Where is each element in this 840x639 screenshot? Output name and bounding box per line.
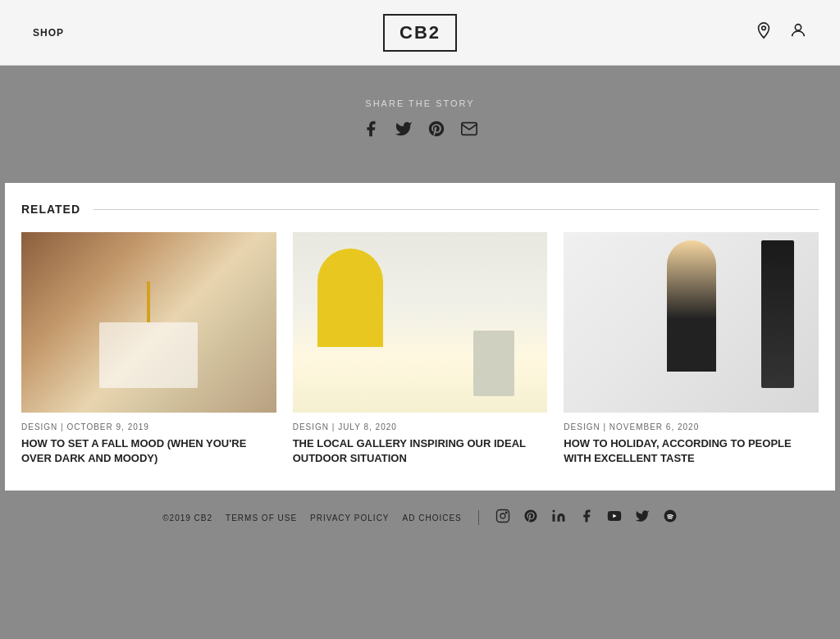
card-3[interactable]: DESIGN | NOVEMBER 6, 2020 HOW TO HOLIDAY…	[564, 232, 819, 466]
shop-link[interactable]: SHOP	[33, 27, 64, 39]
svg-point-3	[500, 513, 505, 518]
facebook-icon[interactable]	[362, 120, 380, 142]
pinterest-icon[interactable]	[427, 120, 445, 142]
card-2[interactable]: DESIGN | JULY 8, 2020 THE LOCAL GALLERY …	[293, 232, 548, 466]
related-divider	[94, 209, 819, 210]
card-1-meta: DESIGN | OCTOBER 9, 2019	[21, 422, 276, 431]
twitter-icon[interactable]	[395, 120, 413, 142]
svg-rect-5	[552, 514, 555, 522]
card-1-image	[21, 232, 276, 413]
share-icons	[362, 120, 478, 142]
svg-point-1	[795, 25, 801, 30]
card-1[interactable]: DESIGN | OCTOBER 9, 2019 HOW TO SET A FA…	[21, 232, 276, 466]
footer: ©2019 CB2 TERMS OF USE PRIVACY POLICY AD…	[0, 491, 840, 545]
footer-twitter-icon[interactable]	[635, 509, 650, 527]
svg-point-4	[505, 513, 507, 514]
footer-left: ©2019 CB2 TERMS OF USE PRIVACY POLICY AD…	[162, 513, 462, 523]
footer-copyright: ©2019 CB2	[162, 513, 212, 523]
svg-point-0	[762, 26, 766, 30]
card-1-title: HOW TO SET A FALL MOOD (WHEN YOU'RE OVER…	[21, 436, 276, 466]
card-2-title: THE LOCAL GALLERY INSPIRING OUR IDEAL OU…	[293, 436, 548, 466]
header-icons	[755, 21, 807, 43]
footer-social-icons	[495, 509, 678, 527]
share-label: SHARE THE STORY	[365, 98, 474, 108]
location-icon[interactable]	[755, 21, 773, 43]
email-icon[interactable]	[460, 120, 478, 142]
header: SHOP CB2	[0, 0, 840, 66]
related-header: RELATED	[21, 203, 819, 216]
footer-linkedin-icon[interactable]	[551, 509, 566, 527]
account-icon[interactable]	[789, 21, 807, 43]
related-title: RELATED	[21, 203, 80, 216]
card-2-meta: DESIGN | JULY 8, 2020	[293, 422, 548, 431]
card-3-title: HOW TO HOLIDAY, ACCORDING TO PEOPLE WITH…	[564, 436, 819, 466]
card-2-image-inner	[293, 232, 548, 413]
footer-spotify-icon[interactable]	[663, 509, 678, 527]
card-3-image	[564, 232, 819, 413]
footer-ad-choices[interactable]: AD CHOICES	[403, 513, 462, 523]
footer-terms[interactable]: TERMS OF USE	[226, 513, 297, 523]
card-3-image-inner	[564, 232, 819, 413]
footer-facebook-icon[interactable]	[579, 509, 594, 527]
cards-grid: DESIGN | OCTOBER 9, 2019 HOW TO SET A FA…	[21, 232, 819, 466]
footer-vertical-divider	[478, 510, 479, 525]
related-section: RELATED DESIGN | OCTOBER 9, 2019 HOW TO …	[5, 183, 835, 491]
footer-instagram-icon[interactable]	[495, 509, 510, 527]
svg-point-8	[664, 510, 676, 523]
logo[interactable]: CB2	[383, 14, 457, 52]
footer-youtube-icon[interactable]	[607, 509, 622, 527]
footer-privacy[interactable]: PRIVACY POLICY	[310, 513, 389, 523]
svg-rect-2	[496, 510, 509, 523]
footer-pinterest-icon[interactable]	[523, 509, 538, 527]
card-2-image	[293, 232, 548, 413]
share-section: SHARE THE STORY	[0, 66, 840, 183]
svg-point-6	[552, 510, 555, 513]
card-1-image-inner	[21, 232, 276, 413]
card-3-meta: DESIGN | NOVEMBER 6, 2020	[564, 422, 819, 431]
